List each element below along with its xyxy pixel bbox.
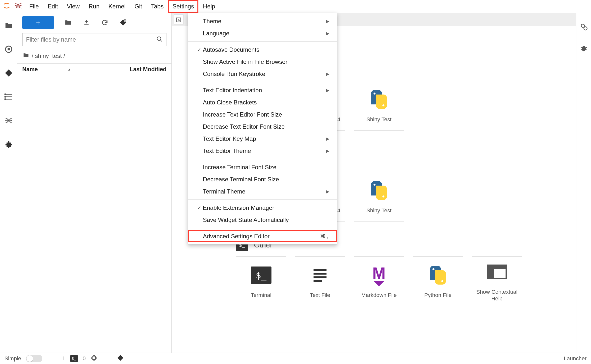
property-inspector-icon[interactable]: [580, 23, 588, 32]
card-contextual-help[interactable]: Show Contextual Help: [472, 256, 522, 306]
file-browser: ＋ + + / shiny_test / Name ▲ Last Modifie…: [17, 13, 172, 353]
card-markdown-file[interactable]: M Markdown File: [354, 256, 404, 306]
text-file-icon: [309, 264, 331, 286]
svg-point-12: [157, 37, 161, 40]
menu-item-label: Decrease Text Editor Font Size: [203, 123, 329, 130]
contextual-help-icon: [486, 261, 508, 283]
menu-item-label: Advanced Settings Editor: [203, 233, 320, 240]
svg-point-7: [4, 99, 5, 100]
upload-button[interactable]: [82, 18, 91, 27]
chevron-right-icon: ▶: [326, 189, 329, 194]
git-clone-button[interactable]: +: [119, 18, 127, 27]
settings-item-advanced-settings-editor[interactable]: Advanced Settings Editor⌘ ,: [188, 230, 337, 242]
settings-item-terminal-theme[interactable]: Terminal Theme▶: [188, 185, 337, 197]
menu-item-label: Enable Extension Manager: [203, 204, 329, 211]
settings-item-text-editor-key-map[interactable]: Text Editor Key Map▶: [188, 133, 337, 145]
menu-file[interactable]: File: [25, 0, 43, 13]
svg-rect-20: [488, 265, 506, 269]
markdown-icon: M: [368, 264, 390, 286]
settings-item-auto-close-brackets[interactable]: Auto Close Brackets: [188, 96, 337, 108]
settings-item-decrease-terminal-font-size[interactable]: Decrease Terminal Font Size: [188, 173, 337, 185]
svg-point-22: [581, 24, 584, 27]
right-sidebar: [576, 13, 591, 353]
extension-icon[interactable]: [4, 140, 13, 149]
svg-line-28: [585, 49, 587, 50]
menu-settings[interactable]: Settings: [168, 0, 198, 13]
card-terminal[interactable]: $_ Terminal: [236, 256, 286, 306]
file-list-header: Name ▲ Last Modified: [17, 63, 171, 75]
chevron-right-icon: ▶: [326, 88, 329, 93]
settings-item-enable-extension-manager[interactable]: ✓Enable Extension Manager: [188, 202, 337, 214]
kernels-count: 0: [83, 355, 86, 362]
launcher-tab[interactable]: [174, 15, 184, 24]
col-name[interactable]: Name ▲: [22, 66, 112, 73]
col-modified[interactable]: Last Modified: [112, 66, 166, 73]
svg-rect-9: [84, 24, 88, 25]
settings-item-increase-terminal-font-size[interactable]: Increase Terminal Font Size: [188, 161, 337, 173]
card-python-file[interactable]: Python File: [413, 256, 463, 306]
card-label: Text File: [308, 292, 332, 299]
menu-git[interactable]: Git: [130, 0, 147, 13]
simple-label: Simple: [4, 355, 21, 362]
svg-text:+: +: [69, 21, 71, 25]
settings-item-increase-text-editor-font-size[interactable]: Increase Text Editor Font Size: [188, 108, 337, 121]
filter-input-wrapper[interactable]: [22, 33, 166, 46]
menu-kernel[interactable]: Kernel: [104, 0, 130, 13]
debugger-icon[interactable]: [580, 44, 588, 53]
python-logo-icon: [368, 179, 390, 202]
settings-item-theme[interactable]: Theme▶: [188, 15, 337, 27]
card-text-file[interactable]: Text File: [295, 256, 345, 306]
chevron-right-icon: ▶: [326, 31, 329, 36]
menu-item-label: Terminal Theme: [203, 188, 326, 195]
kernel-status-icon[interactable]: [91, 355, 97, 363]
card-shiny-notebook[interactable]: Shiny Test: [354, 81, 404, 131]
menu-help[interactable]: Help: [198, 0, 219, 13]
status-bar: Simple 1 $_ 0 Launcher: [0, 353, 591, 364]
settings-item-save-widget-state-automatically[interactable]: Save Widget State Automatically: [188, 214, 337, 226]
svg-point-24: [582, 46, 586, 51]
settings-item-language[interactable]: Language▶: [188, 27, 337, 39]
card-shiny-console[interactable]: Shiny Test: [354, 172, 404, 222]
logo-group: [1, 1, 25, 11]
svg-rect-1: [7, 48, 10, 50]
menu-run[interactable]: Run: [84, 0, 104, 13]
filter-input[interactable]: [26, 36, 156, 43]
menu-item-label: Increase Terminal Font Size: [203, 164, 329, 171]
card-label: Shiny Test: [364, 116, 393, 123]
settings-item-decrease-text-editor-font-size[interactable]: Decrease Text Editor Font Size: [188, 121, 337, 133]
menu-item-label: Text Editor Theme: [203, 147, 326, 154]
settings-item-show-active-file-in-file-browser[interactable]: Show Active File in File Browser: [188, 56, 337, 68]
git-status-icon[interactable]: [117, 354, 124, 363]
search-icon: [156, 36, 163, 43]
terminal-icon: $_: [250, 264, 272, 286]
settings-item-console-run-keystroke[interactable]: Console Run Keystroke▶: [188, 68, 337, 80]
menu-edit[interactable]: Edit: [43, 0, 62, 13]
terminal-status-icon[interactable]: $_: [70, 355, 78, 362]
sort-indicator-icon: ▲: [68, 67, 71, 71]
refresh-button[interactable]: [101, 18, 109, 27]
chevron-right-icon: ▶: [326, 148, 329, 154]
settings-item-text-editor-theme[interactable]: Text Editor Theme▶: [188, 145, 337, 157]
mode-label: Launcher: [564, 355, 587, 362]
chevron-right-icon: ▶: [326, 19, 329, 24]
svg-rect-29: [92, 356, 95, 359]
pytorch-logo-icon: [14, 1, 22, 11]
menu-item-label: Decrease Terminal Font Size: [203, 176, 329, 183]
card-label: Python File: [422, 292, 454, 299]
new-folder-button[interactable]: +: [64, 18, 72, 27]
menu-view[interactable]: View: [62, 0, 84, 13]
git-icon[interactable]: [4, 68, 13, 78]
settings-item-autosave-documents[interactable]: ✓Autosave Documents: [188, 44, 337, 56]
file-list-empty: [17, 75, 171, 353]
new-launcher-button[interactable]: ＋: [22, 16, 54, 29]
folder-icon[interactable]: [4, 21, 13, 30]
breadcrumb-path: / shiny_test /: [32, 52, 65, 59]
nn-icon[interactable]: [4, 116, 13, 125]
python-logo-icon: [368, 88, 390, 111]
toc-icon[interactable]: [4, 92, 13, 101]
settings-item-text-editor-indentation[interactable]: Text Editor Indentation▶: [188, 84, 337, 96]
simple-toggle[interactable]: [26, 355, 42, 362]
menu-tabs[interactable]: Tabs: [147, 0, 168, 13]
running-icon[interactable]: [4, 45, 13, 54]
breadcrumb[interactable]: / shiny_test /: [17, 49, 171, 63]
